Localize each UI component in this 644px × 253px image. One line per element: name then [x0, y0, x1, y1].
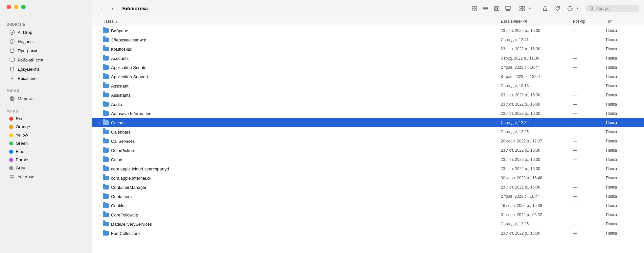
sidebar-item-recents[interactable]: Недавні [3, 37, 89, 46]
table-row[interactable]: › ContainerManager 23 лют. 2022 р., 16:3… [92, 183, 644, 192]
expand-icon[interactable]: › [97, 111, 103, 116]
expand-icon[interactable]: › [97, 166, 103, 171]
table-row[interactable]: › Збережені запити Сьогодні, 12:41 — Пап… [92, 35, 644, 44]
col-header-size[interactable]: Розмір [573, 19, 606, 24]
expand-icon[interactable]: › [97, 212, 103, 217]
expand-icon[interactable]: › [97, 74, 103, 79]
table-row[interactable]: › Containers 2 трав. 2023 р., 16:44 — Па… [92, 192, 644, 201]
tag-button[interactable] [553, 5, 563, 13]
sidebar-item-apps[interactable]: Програми [3, 46, 89, 55]
file-size: — [573, 84, 606, 88]
table-row[interactable]: › CallServices 26 серп. 2022 р., 12:07 —… [92, 137, 644, 146]
all-tags-icon [9, 174, 15, 180]
sidebar-item-downloads[interactable]: Викачане [3, 74, 89, 83]
folder-icon [103, 83, 109, 89]
expand-icon[interactable]: › [97, 139, 103, 144]
orange-dot [9, 125, 13, 129]
table-row[interactable]: › Композиції 23 лют. 2022 р., 16:30 — Па… [92, 44, 644, 54]
file-name: FontCollections [111, 231, 501, 236]
nav-buttons: ‹ › [97, 4, 117, 13]
table-row[interactable]: › Application Support 8 трав. 2023 р., 1… [92, 72, 644, 81]
table-row[interactable]: › Calendars Сьогодні, 12:25 — Папка [92, 127, 644, 137]
file-name: CoreFollowUp [111, 213, 501, 217]
back-button[interactable]: ‹ [97, 4, 106, 13]
forward-button[interactable]: › [108, 4, 117, 13]
expand-icon[interactable]: › [97, 83, 103, 89]
expand-icon[interactable]: › [97, 65, 103, 70]
folder-icon [103, 184, 109, 190]
table-row[interactable]: › Accounts 5 груд. 2022 р., 11:36 — Папк… [92, 54, 644, 63]
file-type: Папка [606, 93, 639, 97]
expand-icon[interactable]: › [97, 46, 103, 52]
minimize-button[interactable] [14, 5, 18, 9]
table-row[interactable]: › ColorPickers 23 лют. 2022 р., 16:30 — … [92, 146, 644, 155]
sidebar-item-all-tags[interactable]: Усі мітки... [3, 172, 89, 181]
sidebar-item-blue[interactable]: Blue [3, 147, 89, 156]
action-button[interactable] [565, 5, 575, 13]
close-button[interactable] [7, 5, 11, 9]
sidebar-item-red[interactable]: Red [3, 114, 89, 123]
svg-point-26 [570, 8, 570, 9]
expand-icon[interactable]: › [97, 157, 103, 162]
sidebar-item-desktop[interactable]: Робочий стіл [3, 55, 89, 64]
sidebar-item-purple[interactable]: Purple [3, 156, 89, 164]
sidebar-item-documents[interactable]: Документи [3, 64, 89, 74]
expand-icon[interactable]: › [97, 185, 103, 190]
expand-icon[interactable]: › [97, 56, 103, 61]
expand-icon[interactable]: › [97, 221, 103, 227]
file-size: — [573, 222, 606, 226]
table-row[interactable]: › CoreFollowUp 31 серп. 2022 р., 08:32 —… [92, 210, 644, 219]
view-list-button[interactable] [481, 5, 491, 13]
expand-icon[interactable]: › [97, 231, 103, 236]
table-row[interactable]: › Вибране 23 лют. 2022 р., 16:30 — Папка [92, 26, 644, 35]
expand-icon[interactable]: › [97, 102, 103, 107]
table-row[interactable]: › DataDeliveryServices Сьогодні, 12:25 —… [92, 219, 644, 229]
sidebar-label-blue: Blue [16, 149, 24, 154]
share-button[interactable] [540, 5, 550, 13]
search-input[interactable] [596, 6, 635, 11]
sidebar-item-grey[interactable]: Grey [3, 164, 89, 172]
table-row[interactable]: › Assistant Сьогодні, 10:18 — Папка [92, 81, 644, 90]
col-header-name[interactable]: Назва ▲ [103, 19, 501, 24]
maximize-button[interactable] [21, 5, 26, 9]
sidebar-item-orange[interactable]: Orange [3, 123, 89, 131]
sidebar-item-yellow[interactable]: Yellow [3, 131, 89, 139]
table-row[interactable]: › Application Scripts 2 трав. 2023 р., 1… [92, 63, 644, 72]
table-row[interactable]: › Autosave Information 23 лют. 2022 р., … [92, 109, 644, 118]
svg-point-28 [571, 8, 572, 9]
folder-icon [103, 221, 109, 227]
sidebar-item-airdrop[interactable]: AirDrop [3, 28, 89, 37]
expand-icon[interactable]: › [97, 129, 103, 135]
sidebar-item-network[interactable]: Мережа [3, 94, 89, 103]
svg-rect-14 [496, 7, 497, 11]
expand-icon[interactable]: › [97, 194, 103, 199]
expand-icon[interactable]: › [97, 148, 103, 153]
file-type: Папка [606, 139, 639, 143]
expand-icon[interactable]: › [97, 28, 103, 33]
table-row[interactable]: › FontCollections 23 лют. 2022 р., 16:30… [92, 229, 644, 238]
table-row[interactable]: › Caches Сьогодні, 12:32 — Папка [92, 118, 644, 127]
view-gallery-button[interactable] [503, 5, 513, 13]
table-row[interactable]: › com.apple.icloud.searchpartyd 23 лют. … [92, 164, 644, 173]
table-row[interactable]: › Audio 23 лют. 2022 р., 16:30 — Папка [92, 100, 644, 109]
view-column-button[interactable] [492, 5, 502, 13]
file-date: 23 лют. 2022 р., 16:30 [501, 102, 573, 107]
table-row[interactable]: › Colors 23 лют. 2022 р., 16:30 — Папка [92, 155, 644, 164]
view-grid-button[interactable] [470, 5, 479, 13]
expand-icon[interactable]: › [97, 92, 103, 98]
table-row[interactable]: › Cookies 16 серп. 2022 р., 10:36 — Папк… [92, 201, 644, 210]
table-row[interactable]: › com.apple.internal.ck 30 черв. 2023 р.… [92, 173, 644, 183]
table-row[interactable]: › Assistants 23 лют. 2022 р., 16:30 — Па… [92, 90, 644, 100]
col-header-type[interactable]: Тип [606, 19, 639, 24]
sidebar-item-green[interactable]: Green [3, 139, 89, 147]
file-name: Композиції [111, 47, 501, 52]
expand-icon[interactable]: › [97, 37, 103, 42]
search-box[interactable] [586, 5, 639, 12]
expand-icon[interactable]: › [97, 203, 103, 208]
view-more-button[interactable] [517, 5, 527, 13]
svg-rect-10 [475, 6, 477, 8]
expand-icon[interactable]: › [97, 120, 103, 125]
col-header-date[interactable]: Дата змінення [501, 19, 573, 24]
expand-icon[interactable]: › [97, 175, 103, 181]
svg-rect-16 [506, 6, 510, 10]
